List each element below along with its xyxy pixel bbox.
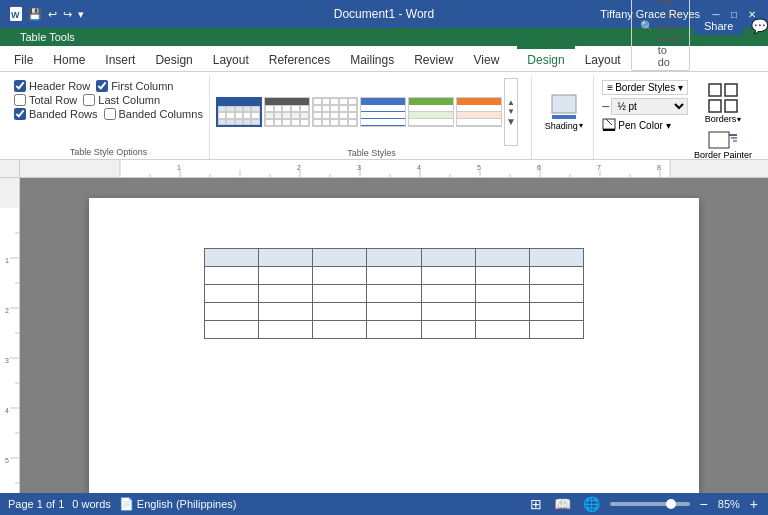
table-cell[interactable] xyxy=(313,303,367,321)
borders-label: Borders xyxy=(705,114,737,124)
table-cell[interactable] xyxy=(259,285,313,303)
tab-table-layout[interactable]: Layout xyxy=(575,46,631,71)
ribbon: Header Row First Column Total Row Last C… xyxy=(0,72,768,160)
table-style-active[interactable] xyxy=(216,97,262,127)
table-cell[interactable] xyxy=(313,267,367,285)
save-quick-btn[interactable]: 💾 xyxy=(26,6,44,23)
table-cell[interactable] xyxy=(475,249,529,267)
close-btn[interactable]: ✕ xyxy=(744,7,760,21)
border-controls: ≡ Border Styles ▾ ─ ½ pt P xyxy=(602,80,688,162)
word-icon: W xyxy=(8,6,24,22)
banded-rows-checkbox-label[interactable]: Banded Rows xyxy=(14,108,98,120)
first-column-checkbox[interactable] xyxy=(96,80,108,92)
table-cell[interactable] xyxy=(529,303,583,321)
last-column-checkbox[interactable] xyxy=(83,94,95,106)
document-table[interactable] xyxy=(204,248,584,339)
table-cell[interactable] xyxy=(529,285,583,303)
read-mode-view-btn[interactable]: 📖 xyxy=(552,496,573,512)
header-row-checkbox-label[interactable]: Header Row xyxy=(14,80,90,92)
border-painter-button[interactable]: Border Painter xyxy=(692,128,754,162)
tab-home[interactable]: Home xyxy=(43,46,95,71)
web-view-btn[interactable]: 🌐 xyxy=(581,496,602,512)
table-cell[interactable] xyxy=(367,267,421,285)
tab-references[interactable]: References xyxy=(259,46,340,71)
table-cell[interactable] xyxy=(205,249,259,267)
table-cell[interactable] xyxy=(475,267,529,285)
zoom-percentage: 85% xyxy=(718,498,740,510)
border-styles-button[interactable]: ≡ Border Styles ▾ xyxy=(602,80,688,95)
svg-text:1: 1 xyxy=(177,164,181,171)
table-cell[interactable] xyxy=(529,267,583,285)
table-style-4[interactable] xyxy=(360,97,406,127)
tab-mailings[interactable]: Mailings xyxy=(340,46,404,71)
ribbon-tab-bar: File Home Insert Design Layout Reference… xyxy=(0,46,768,72)
table-cell[interactable] xyxy=(367,285,421,303)
tab-table-design[interactable]: Design xyxy=(517,46,574,71)
table-style-3[interactable] xyxy=(312,97,358,127)
tab-insert[interactable]: Insert xyxy=(95,46,145,71)
table-cell[interactable] xyxy=(421,249,475,267)
table-cell[interactable] xyxy=(259,267,313,285)
table-cell[interactable] xyxy=(259,321,313,339)
pen-width-select[interactable]: ½ pt xyxy=(611,98,688,115)
document-area[interactable] xyxy=(20,178,768,493)
table-cell[interactable] xyxy=(367,321,421,339)
undo-quick-btn[interactable]: ↩ xyxy=(46,6,59,23)
table-cell[interactable] xyxy=(421,321,475,339)
table-cell[interactable] xyxy=(313,249,367,267)
header-row-checkbox[interactable] xyxy=(14,80,26,92)
banded-columns-checkbox[interactable] xyxy=(104,108,116,120)
table-cell[interactable] xyxy=(421,267,475,285)
minimize-btn[interactable]: ─ xyxy=(708,7,724,21)
table-cell[interactable] xyxy=(529,321,583,339)
shading-button[interactable]: Shading ▾ xyxy=(541,91,587,133)
tab-layout[interactable]: Layout xyxy=(203,46,259,71)
main-area: 1 2 3 4 5 6 xyxy=(0,178,768,493)
zoom-out-btn[interactable]: − xyxy=(698,496,710,512)
header-row-label: Header Row xyxy=(29,80,90,92)
table-cell[interactable] xyxy=(367,303,421,321)
zoom-in-btn[interactable]: + xyxy=(748,496,760,512)
last-column-checkbox-label[interactable]: Last Column xyxy=(83,94,160,106)
table-cell[interactable] xyxy=(475,321,529,339)
vruler-svg: 1 2 3 4 5 6 xyxy=(0,178,20,493)
table-cell[interactable] xyxy=(475,303,529,321)
table-style-6[interactable] xyxy=(456,97,502,127)
tab-file[interactable]: File xyxy=(4,46,43,71)
pen-color-button[interactable]: Pen Color ▾ xyxy=(618,120,670,131)
table-cell[interactable] xyxy=(259,303,313,321)
total-row-checkbox[interactable] xyxy=(14,94,26,106)
first-column-checkbox-label[interactable]: First Column xyxy=(96,80,173,92)
customize-quick-btn[interactable]: ▾ xyxy=(76,6,86,23)
table-cell[interactable] xyxy=(367,249,421,267)
table-cell[interactable] xyxy=(205,303,259,321)
svg-rect-3 xyxy=(552,115,576,119)
table-cell[interactable] xyxy=(259,249,313,267)
print-layout-view-btn[interactable]: ⊞ xyxy=(528,496,544,512)
table-cell[interactable] xyxy=(529,249,583,267)
table-styles-label: Table Styles xyxy=(347,146,396,158)
table-style-2[interactable] xyxy=(264,97,310,127)
table-cell[interactable] xyxy=(205,285,259,303)
more-styles-button[interactable]: ▲ ▼ ▼ xyxy=(504,78,518,146)
table-cell[interactable] xyxy=(313,321,367,339)
svg-text:7: 7 xyxy=(597,164,601,171)
tab-view[interactable]: View xyxy=(464,46,510,71)
maximize-btn[interactable]: □ xyxy=(726,7,742,21)
table-style-options-group: Header Row First Column Total Row Last C… xyxy=(8,76,210,159)
tab-review[interactable]: Review xyxy=(404,46,463,71)
table-cell[interactable] xyxy=(421,285,475,303)
table-style-5[interactable] xyxy=(408,97,454,127)
banded-rows-checkbox[interactable] xyxy=(14,108,26,120)
table-cell[interactable] xyxy=(205,321,259,339)
tab-design[interactable]: Design xyxy=(145,46,202,71)
redo-quick-btn[interactable]: ↪ xyxy=(61,6,74,23)
table-cell[interactable] xyxy=(205,267,259,285)
table-cell[interactable] xyxy=(475,285,529,303)
table-cell[interactable] xyxy=(421,303,475,321)
table-cell[interactable] xyxy=(313,285,367,303)
zoom-slider[interactable] xyxy=(610,502,690,506)
total-row-checkbox-label[interactable]: Total Row xyxy=(14,94,77,106)
banded-columns-checkbox-label[interactable]: Banded Columns xyxy=(104,108,203,120)
borders-button[interactable]: Borders ▾ xyxy=(692,80,754,126)
